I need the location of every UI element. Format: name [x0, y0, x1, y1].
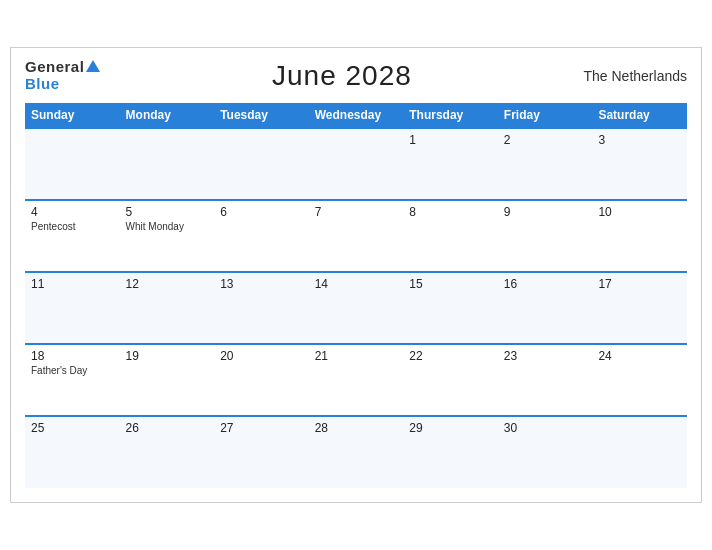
event-label: Father's Day [31, 365, 114, 376]
day-number: 10 [598, 205, 681, 219]
calendar-cell: 10 [592, 200, 687, 272]
calendar-cell [25, 128, 120, 200]
day-number: 7 [315, 205, 398, 219]
day-number: 20 [220, 349, 303, 363]
event-label: Whit Monday [126, 221, 209, 232]
calendar-cell: 3 [592, 128, 687, 200]
calendar-cell [214, 128, 309, 200]
weekday-header-sunday: Sunday [25, 103, 120, 128]
logo-triangle-icon [86, 60, 100, 72]
day-number: 12 [126, 277, 209, 291]
calendar-cell: 27 [214, 416, 309, 488]
day-number: 8 [409, 205, 492, 219]
calendar-table: SundayMondayTuesdayWednesdayThursdayFrid… [25, 103, 687, 488]
day-number: 18 [31, 349, 114, 363]
calendar-cell [120, 128, 215, 200]
day-number: 25 [31, 421, 114, 435]
calendar-cell: 28 [309, 416, 404, 488]
calendar-cell: 22 [403, 344, 498, 416]
day-number: 22 [409, 349, 492, 363]
calendar-cell: 21 [309, 344, 404, 416]
day-number: 23 [504, 349, 587, 363]
day-number: 16 [504, 277, 587, 291]
logo: General Blue [25, 58, 100, 92]
calendar-country: The Netherlands [583, 68, 687, 84]
calendar-cell: 30 [498, 416, 593, 488]
calendar-cell: 5Whit Monday [120, 200, 215, 272]
day-number: 1 [409, 133, 492, 147]
day-number: 3 [598, 133, 681, 147]
calendar-title: June 2028 [272, 60, 412, 92]
calendar-cell: 13 [214, 272, 309, 344]
calendar-cell: 9 [498, 200, 593, 272]
calendar-cell: 7 [309, 200, 404, 272]
calendar-cell: 8 [403, 200, 498, 272]
calendar-week-row: 18Father's Day192021222324 [25, 344, 687, 416]
weekday-header-monday: Monday [120, 103, 215, 128]
day-number: 30 [504, 421, 587, 435]
calendar-week-row: 123 [25, 128, 687, 200]
calendar-cell: 25 [25, 416, 120, 488]
calendar-cell: 11 [25, 272, 120, 344]
day-number: 21 [315, 349, 398, 363]
weekday-header-wednesday: Wednesday [309, 103, 404, 128]
calendar-cell: 24 [592, 344, 687, 416]
calendar-cell [309, 128, 404, 200]
calendar-cell: 15 [403, 272, 498, 344]
calendar-cell: 19 [120, 344, 215, 416]
day-number: 5 [126, 205, 209, 219]
logo-general: General [25, 58, 100, 76]
weekday-header-saturday: Saturday [592, 103, 687, 128]
calendar-cell: 14 [309, 272, 404, 344]
calendar-cell: 2 [498, 128, 593, 200]
calendar-wrapper: General Blue June 2028 The Netherlands S… [10, 47, 702, 502]
day-number: 27 [220, 421, 303, 435]
day-number: 19 [126, 349, 209, 363]
calendar-cell: 29 [403, 416, 498, 488]
weekday-header-thursday: Thursday [403, 103, 498, 128]
calendar-week-row: 4Pentecost5Whit Monday678910 [25, 200, 687, 272]
day-number: 9 [504, 205, 587, 219]
event-label: Pentecost [31, 221, 114, 232]
calendar-week-row: 252627282930 [25, 416, 687, 488]
calendar-cell: 4Pentecost [25, 200, 120, 272]
day-number: 13 [220, 277, 303, 291]
day-number: 6 [220, 205, 303, 219]
calendar-cell: 18Father's Day [25, 344, 120, 416]
day-number: 28 [315, 421, 398, 435]
day-number: 24 [598, 349, 681, 363]
day-number: 29 [409, 421, 492, 435]
calendar-cell: 20 [214, 344, 309, 416]
calendar-cell: 16 [498, 272, 593, 344]
weekday-header-row: SundayMondayTuesdayWednesdayThursdayFrid… [25, 103, 687, 128]
calendar-cell: 6 [214, 200, 309, 272]
day-number: 4 [31, 205, 114, 219]
weekday-header-tuesday: Tuesday [214, 103, 309, 128]
calendar-week-row: 11121314151617 [25, 272, 687, 344]
calendar-cell: 26 [120, 416, 215, 488]
day-number: 15 [409, 277, 492, 291]
day-number: 26 [126, 421, 209, 435]
day-number: 11 [31, 277, 114, 291]
calendar-cell: 17 [592, 272, 687, 344]
calendar-cell: 23 [498, 344, 593, 416]
day-number: 17 [598, 277, 681, 291]
calendar-cell [592, 416, 687, 488]
day-number: 2 [504, 133, 587, 147]
calendar-cell: 12 [120, 272, 215, 344]
calendar-header: General Blue June 2028 The Netherlands [25, 58, 687, 92]
logo-blue: Blue [25, 76, 100, 93]
calendar-cell: 1 [403, 128, 498, 200]
weekday-header-friday: Friday [498, 103, 593, 128]
day-number: 14 [315, 277, 398, 291]
